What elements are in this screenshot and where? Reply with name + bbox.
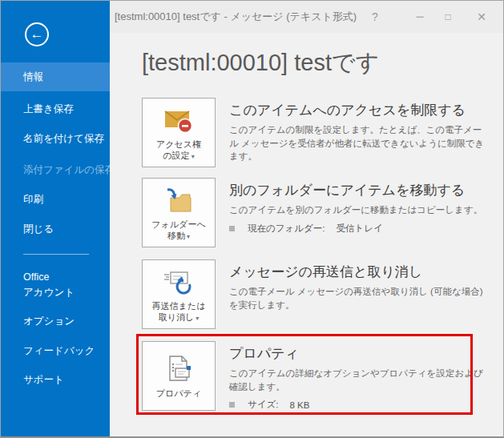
section-text: 別のフォルダーにアイテムを移動する このアイテムを別のフォルダーに移動またはコピ… (229, 178, 487, 235)
section-heading: メッセージの再送信と取り消し (229, 263, 487, 281)
section-heading: 別のフォルダーにアイテムを移動する (229, 181, 487, 199)
sidebar-item-label: フィードバック (23, 345, 95, 356)
section-description: このアイテムを別のフォルダーに移動またはコピーします。 (229, 203, 487, 217)
sidebar-item-print[interactable]: 印刷 (1, 191, 110, 207)
help-icon[interactable]: ? (365, 1, 385, 33)
bullet-square-icon (229, 402, 235, 408)
big-button-label: フォルダーへ 移動▾ (151, 219, 205, 242)
section-heading: プロパティ (229, 344, 487, 363)
big-button-label: プロパティ (156, 388, 201, 399)
big-button-label: アクセス権 の設定▾ (156, 139, 201, 162)
sidebar-item-label: 名前を付けて保存 (23, 133, 104, 144)
restrict-access-icon (162, 106, 196, 136)
minimize-icon[interactable]: ─ (409, 1, 430, 33)
section-restrict-access: アクセス権 の設定▾ このアイテムへのアクセスを制限する このアイテムの制限を設… (142, 98, 487, 167)
sidebar-item-close[interactable]: 閉じる (1, 221, 110, 237)
bullet-square-icon (229, 226, 235, 231)
resend-recall-icon (162, 267, 196, 298)
move-to-folder-icon (162, 186, 196, 216)
back-arrow-icon: ← (30, 27, 44, 41)
sidebar-item-label: 添付ファイルの保存 (23, 164, 115, 175)
sidebar-item-label: 情報 (23, 71, 43, 82)
sidebar-item-label: アカウント (23, 287, 75, 298)
sidebar-item-options[interactable]: オプション (1, 313, 110, 329)
sidebar-item-label: Office (23, 271, 49, 283)
section-description: この電子メール メッセージの再送信や取り消し (可能な場合) を実行します。 (229, 285, 487, 311)
section-text: メッセージの再送信と取り消し この電子メール メッセージの再送信や取り消し (可… (229, 259, 487, 311)
properties-button[interactable]: プロパティ (142, 341, 216, 411)
section-properties: プロパティ プロパティ このアイテムの詳細なオプションやプロパティを設定および確… (142, 341, 487, 411)
sidebar-item-feedback[interactable]: フィードバック (1, 343, 110, 359)
sidebar-divider (23, 254, 89, 255)
close-icon[interactable]: ✕ (471, 1, 492, 33)
section-text: プロパティ このアイテムの詳細なオプションやプロパティを設定および確認します。 … (229, 341, 487, 411)
maximize-icon[interactable]: □ (437, 1, 458, 33)
bullet-value: 8 KB (290, 400, 310, 410)
resend-recall-button[interactable]: 再送信または 取り消し▾ (142, 259, 216, 329)
backstage-sidebar: ← 情報 上書き保存 名前を付けて保存 添付ファイルの保存 印刷 閉じる Off… (1, 1, 110, 436)
section-resend-recall: 再送信または 取り消し▾ メッセージの再送信と取り消し この電子メール メッセー… (142, 259, 487, 329)
big-button-label: 再送信または 取り消し▾ (152, 300, 206, 323)
sidebar-item-support[interactable]: サポート (1, 372, 110, 388)
bullet-value: 受信トレイ (337, 223, 383, 235)
section-description: このアイテムの制限を設定します。たとえば、この電子メール メッセージを受信者が他… (229, 123, 487, 163)
dropdown-arrow-icon: ▾ (196, 315, 199, 322)
bullet-label: サイズ: (248, 399, 279, 411)
backstage-info-pane: [testml:00010] testです アクセス権 の設定▾ (110, 33, 503, 436)
sidebar-item-office-account[interactable]: Office アカウント (1, 270, 110, 302)
section-move-folder: フォルダーへ 移動▾ 別のフォルダーにアイテムを移動する このアイテムを別のフォ… (142, 178, 487, 247)
outlook-backstage-window: [testml:00010] testです - メッセージ (テキスト形式) ?… (0, 0, 504, 438)
properties-icon (162, 355, 196, 385)
sidebar-item-info[interactable]: 情報 (1, 62, 110, 91)
bullet-label: 現在のフォルダー: (248, 223, 325, 235)
section-description: このアイテムの詳細なオプションやプロパティを設定および確認します。 (229, 367, 487, 393)
sidebar-item-label: 閉じる (23, 223, 54, 235)
sidebar-item-label: 上書き保存 (23, 103, 74, 115)
page-title: [testml:00010] testです (142, 47, 379, 79)
size-row: サイズ: 8 KB (229, 399, 487, 411)
sidebar-item-label: 印刷 (23, 194, 43, 205)
sidebar-item-save-as[interactable]: 名前を付けて保存 (1, 131, 110, 147)
section-text: このアイテムへのアクセスを制限する このアイテムの制限を設定します。たとえば、こ… (229, 98, 487, 163)
back-button[interactable]: ← (25, 22, 49, 46)
dropdown-arrow-icon: ▾ (192, 153, 195, 160)
window-title: [testml:00010] testです - メッセージ (テキスト形式) (115, 1, 357, 33)
move-to-folder-button[interactable]: フォルダーへ 移動▾ (142, 178, 216, 247)
sidebar-item-label: サポート (23, 374, 64, 385)
current-folder-row: 現在のフォルダー: 受信トレイ (229, 223, 487, 235)
sidebar-item-label: オプション (23, 315, 75, 327)
titlebar: [testml:00010] testです - メッセージ (テキスト形式) ?… (110, 1, 503, 33)
permissions-button[interactable]: アクセス権 の設定▾ (142, 98, 216, 167)
dropdown-arrow-icon: ▾ (187, 233, 190, 240)
sidebar-item-save[interactable]: 上書き保存 (1, 101, 110, 117)
sidebar-item-save-attachments: 添付ファイルの保存 (1, 162, 110, 178)
section-heading: このアイテムへのアクセスを制限する (229, 101, 487, 119)
